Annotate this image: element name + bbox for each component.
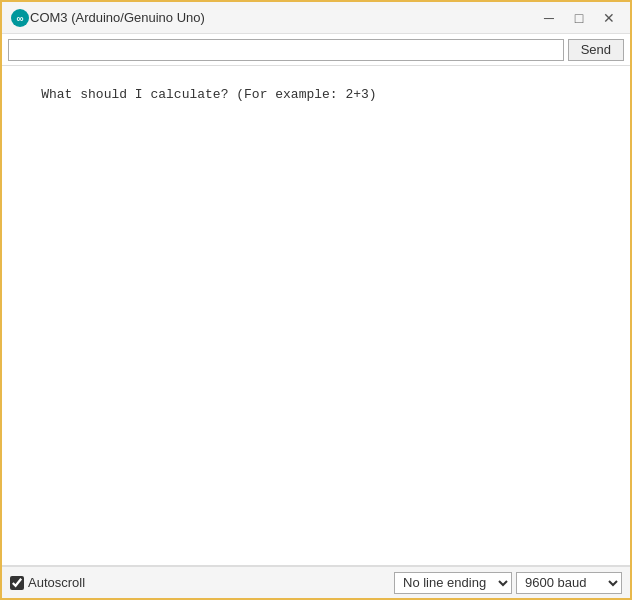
baud-rate-select[interactable]: 300 baud 1200 baud 2400 baud 4800 baud 9…: [516, 572, 622, 594]
window-title: COM3 (Arduino/Genuino Uno): [30, 10, 536, 25]
status-bar: Autoscroll No line ending Newline Carria…: [2, 566, 630, 598]
serial-input[interactable]: [8, 39, 564, 61]
title-bar: ∞ COM3 (Arduino/Genuino Uno) ─ □ ✕: [2, 2, 630, 34]
close-button[interactable]: ✕: [596, 7, 622, 29]
autoscroll-container: Autoscroll: [10, 575, 394, 590]
toolbar: Send: [2, 34, 630, 66]
arduino-logo-icon: ∞: [10, 8, 30, 28]
status-right: No line ending Newline Carriage return B…: [394, 572, 622, 594]
window-controls: ─ □ ✕: [536, 7, 622, 29]
serial-output-area: What should I calculate? (For example: 2…: [2, 66, 630, 566]
line-ending-select[interactable]: No line ending Newline Carriage return B…: [394, 572, 512, 594]
maximize-button[interactable]: □: [566, 7, 592, 29]
minimize-button[interactable]: ─: [536, 7, 562, 29]
send-button[interactable]: Send: [568, 39, 624, 61]
autoscroll-label[interactable]: Autoscroll: [28, 575, 85, 590]
autoscroll-checkbox[interactable]: [10, 576, 24, 590]
svg-text:∞: ∞: [16, 13, 23, 24]
serial-output-text: What should I calculate? (For example: 2…: [41, 87, 376, 102]
main-window: ∞ COM3 (Arduino/Genuino Uno) ─ □ ✕ Send …: [0, 0, 632, 600]
